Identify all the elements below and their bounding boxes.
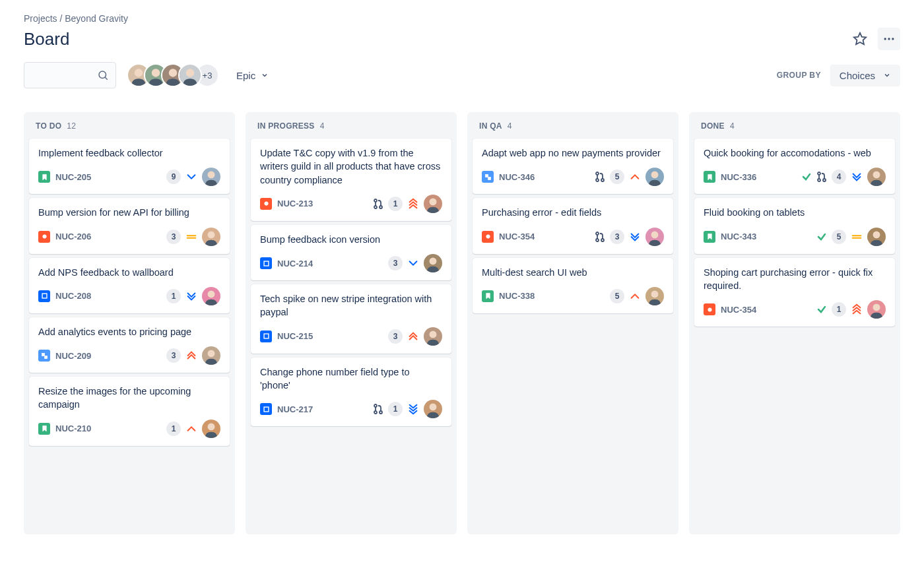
story-issue-icon — [482, 290, 494, 302]
assignee-avatar[interactable] — [645, 228, 664, 246]
svg-point-43 — [374, 404, 377, 407]
issue-card[interactable]: Add NPS feedback to wallboard NUC-208 1 — [29, 258, 230, 313]
priority-lowest3-icon — [407, 403, 419, 415]
pull-request-icon — [595, 232, 605, 242]
card-title: Resize the images for the upcoming campa… — [38, 385, 220, 412]
svg-point-45 — [380, 411, 382, 414]
issue-card[interactable]: Tech spike on new stripe integration wit… — [251, 284, 451, 354]
issue-key: NUC-217 — [277, 404, 313, 414]
assignee-avatar[interactable] — [202, 228, 220, 246]
issue-card[interactable]: Multi-dest search UI web NUC-338 5 — [473, 258, 673, 313]
assignee-avatar[interactable] — [202, 346, 220, 365]
search-input[interactable] — [24, 62, 116, 88]
group-by-select[interactable]: Choices — [830, 65, 900, 86]
card-title: Add NPS feedback to wallboard — [38, 266, 220, 279]
card-title: Quick booking for accomodations - web — [704, 146, 886, 160]
issue-key: NUC-213 — [277, 199, 313, 208]
board-column: TO DO 12 Implement feedback collector NU… — [24, 112, 235, 534]
more-button[interactable] — [878, 28, 900, 50]
svg-rect-39 — [264, 334, 269, 338]
star-button[interactable] — [849, 28, 871, 50]
svg-rect-48 — [485, 174, 488, 177]
avatar[interactable] — [178, 63, 202, 87]
bug-issue-icon — [704, 303, 715, 315]
task-issue-icon — [38, 290, 50, 302]
svg-point-15 — [208, 172, 215, 179]
assignee-avatar[interactable] — [867, 168, 886, 186]
issue-key: NUC-205 — [55, 172, 91, 182]
issue-card[interactable]: Bump version for new API for billing NUC… — [29, 198, 230, 253]
story-points-badge: 3 — [166, 230, 181, 244]
svg-rect-24 — [42, 353, 44, 356]
svg-point-44 — [374, 411, 377, 414]
story-issue-icon — [38, 423, 50, 435]
issue-card[interactable]: Implement feedback collector NUC-205 9 — [29, 139, 230, 194]
pull-request-icon — [595, 172, 605, 182]
priority-medium-icon — [851, 231, 863, 243]
issue-key: NUC-346 — [499, 172, 535, 182]
story-points-badge: 1 — [388, 402, 403, 416]
issue-card[interactable]: Add analytics events to pricing page NUC… — [29, 317, 230, 373]
assignee-avatar[interactable] — [424, 195, 442, 213]
card-title: Implement feedback collector — [38, 146, 220, 160]
priority-highest-icon — [407, 198, 419, 210]
issue-card[interactable]: Quick booking for accomodations - web NU… — [694, 139, 895, 194]
priority-high-icon — [185, 350, 197, 362]
issue-card[interactable]: Adapt web app no new payments provider N… — [473, 139, 673, 194]
assignee-avatar[interactable] — [202, 168, 220, 186]
search-icon — [97, 69, 109, 81]
avatar-stack[interactable]: +3 — [127, 63, 219, 87]
svg-point-47 — [430, 404, 437, 411]
pull-request-icon — [816, 172, 827, 182]
svg-rect-21 — [42, 294, 47, 298]
svg-point-57 — [596, 239, 599, 241]
story-points-badge: 1 — [832, 302, 846, 317]
issue-card[interactable]: Purchasing error - edit fields NUC-354 3 — [473, 198, 673, 253]
breadcrumb-root[interactable]: Projects — [24, 13, 57, 24]
card-title: Purchasing error - edit fields — [482, 206, 664, 219]
svg-point-55 — [486, 235, 490, 239]
assignee-avatar[interactable] — [424, 327, 442, 346]
assignee-avatar[interactable] — [424, 254, 442, 272]
column-title: DONE — [701, 121, 725, 131]
issue-card[interactable]: Change phone number field type to 'phone… — [251, 358, 451, 427]
svg-line-5 — [105, 77, 108, 80]
priority-high-icon — [407, 331, 419, 342]
assignee-avatar[interactable] — [202, 420, 220, 438]
assignee-avatar[interactable] — [645, 168, 664, 186]
svg-point-62 — [651, 290, 659, 298]
priority-mediumup-icon — [629, 171, 641, 183]
card-title: Bump version for new API for billing — [38, 206, 220, 219]
svg-point-13 — [186, 69, 194, 77]
issue-card[interactable]: Update T&C copy with v1.9 from the write… — [251, 139, 451, 221]
issue-key: NUC-206 — [55, 232, 91, 241]
svg-point-56 — [596, 232, 599, 235]
done-check-icon — [816, 304, 827, 315]
svg-point-67 — [873, 172, 880, 179]
svg-rect-36 — [264, 261, 269, 266]
group-by-label: GROUP BY — [777, 71, 821, 80]
svg-marker-0 — [854, 33, 866, 44]
svg-point-2 — [888, 38, 890, 40]
assignee-avatar[interactable] — [867, 228, 886, 246]
svg-point-1 — [884, 38, 886, 40]
assignee-avatar[interactable] — [645, 287, 664, 305]
issue-card[interactable]: Shoping cart purchasing error - quick fi… — [694, 258, 895, 327]
subtask-issue-icon — [482, 171, 494, 183]
done-check-icon — [816, 232, 827, 242]
card-title: Multi-dest search UI web — [482, 266, 664, 279]
issue-card[interactable]: Bump feedback icon version NUC-214 3 — [251, 225, 451, 280]
assignee-avatar[interactable] — [202, 287, 220, 305]
assignee-avatar[interactable] — [867, 300, 886, 319]
story-points-badge: 9 — [166, 170, 181, 184]
svg-point-60 — [651, 231, 659, 238]
breadcrumb-project[interactable]: Beyond Gravity — [65, 13, 128, 24]
assignee-avatar[interactable] — [424, 400, 442, 418]
pull-request-icon — [373, 199, 383, 209]
epic-filter[interactable]: Epic — [230, 65, 275, 86]
board-column: IN PROGRESS 4 Update T&C copy with v1.9 … — [246, 112, 457, 534]
svg-point-16 — [42, 235, 46, 239]
issue-card[interactable]: Resize the images for the upcoming campa… — [29, 377, 230, 446]
card-title: Add analytics events to pricing page — [38, 325, 220, 338]
issue-card[interactable]: Fluid booking on tablets NUC-343 5 — [694, 198, 895, 253]
